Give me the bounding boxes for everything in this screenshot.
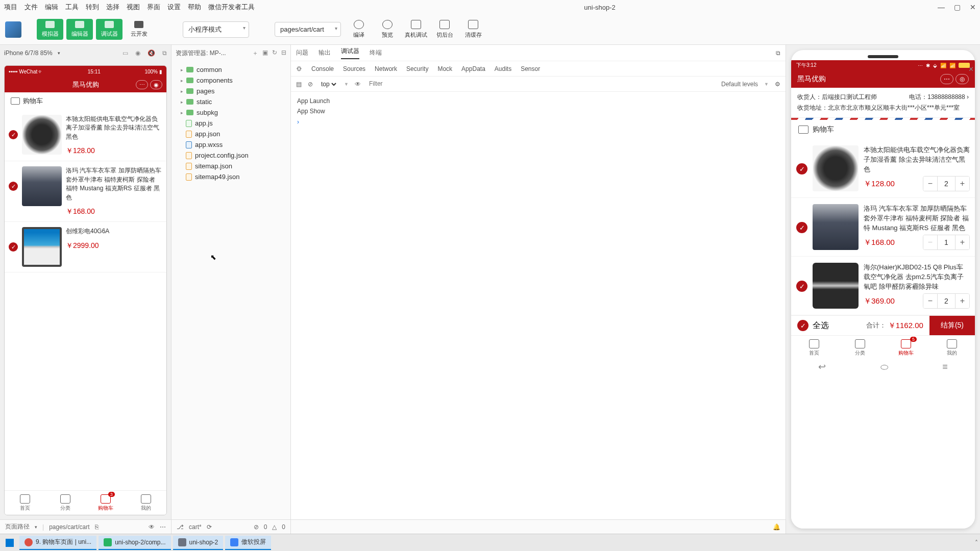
context-selector[interactable]: top — [319, 80, 338, 88]
menu-tools[interactable]: 工具 — [65, 3, 79, 12]
devtab-mock[interactable]: Mock — [437, 65, 452, 72]
simulator-button[interactable]: 模拟器 — [37, 19, 63, 40]
device-icon[interactable]: ▭ — [122, 49, 128, 57]
refresh-icon[interactable]: ↻ — [272, 49, 277, 58]
git-branch-icon[interactable]: ⎇ — [177, 523, 184, 531]
plus-button[interactable]: + — [955, 294, 969, 308]
item-checkbox[interactable]: ✓ — [9, 242, 18, 252]
folder-subpkg[interactable]: subpkg — [174, 107, 288, 118]
start-button[interactable] — [2, 536, 17, 549]
devtab-console[interactable]: Console — [311, 65, 334, 72]
item-checkbox[interactable]: ✓ — [9, 130, 18, 139]
android-back-icon[interactable]: ↩ — [818, 361, 826, 372]
file-project-config[interactable]: project.config.json — [174, 150, 288, 161]
product-image[interactable] — [22, 115, 62, 155]
tab-category[interactable]: 分类 — [45, 491, 85, 515]
cart-item[interactable]: ✓ 本驰太阳能供电车载空气净化器负离子加湿香薰 除尘去异味清洁空气黑色 ￥128… — [791, 139, 975, 198]
devtab-network[interactable]: Network — [375, 65, 397, 72]
product-image[interactable] — [22, 227, 62, 267]
tab-cart[interactable]: 购物车5 — [883, 336, 929, 360]
cart-item[interactable]: ✓ 创维彩电40G6A￥2999.00 — [5, 222, 166, 272]
folder-pages[interactable]: pages — [174, 86, 288, 96]
item-checkbox[interactable]: ✓ — [796, 281, 807, 292]
device-label[interactable]: iPhone 6/7/8 85% — [4, 49, 53, 57]
quantity-stepper[interactable]: −2+ — [923, 176, 970, 191]
popout-icon[interactable]: ⧉ — [776, 49, 780, 57]
plus-button[interactable]: + — [955, 235, 969, 249]
item-checkbox[interactable]: ✓ — [9, 182, 18, 191]
background-button[interactable]: 切后台 — [432, 18, 457, 41]
select-all-checkbox[interactable]: ✓ — [797, 320, 808, 331]
bell-icon[interactable]: 🔔 — [773, 523, 780, 531]
menu-goto[interactable]: 转到 — [86, 3, 99, 12]
cart-item[interactable]: ✓ 洛玛 汽车车衣车罩 加厚防晒隔热车套外罩牛津布 福特麦柯斯 探险者 福特 M… — [791, 198, 975, 257]
quantity-stepper[interactable]: −1+ — [923, 235, 970, 250]
tab-category[interactable]: 分类 — [837, 336, 883, 360]
product-image[interactable] — [813, 145, 859, 191]
minus-button[interactable]: − — [923, 235, 938, 249]
eye-icon[interactable]: 👁 — [355, 81, 361, 88]
new-file-icon[interactable]: ＋ — [252, 49, 258, 58]
tab-cart[interactable]: 购物车3 — [86, 491, 126, 515]
tab-home[interactable]: 首页 — [791, 336, 837, 360]
console-prompt[interactable]: › — [297, 117, 779, 127]
more-icon[interactable]: ⋯ — [160, 523, 166, 531]
cart-item[interactable]: ✓ 洛玛 汽车车衣车罩 加厚防晒隔热车套外罩牛津布 福特麦柯斯 探险者 福特 M… — [5, 161, 166, 222]
inspect-icon[interactable]: ⯐ — [296, 65, 302, 72]
taskbar-devtools[interactable]: uni-shop-2 — [173, 536, 224, 550]
tab-mine[interactable]: 我的 — [929, 336, 975, 360]
android-home-icon[interactable]: ⬭ — [880, 362, 888, 372]
clear-console-icon[interactable]: ⊘ — [308, 81, 313, 88]
file-sitemap49[interactable]: sitemap49.json — [174, 171, 288, 182]
capsule-target[interactable]: ◎ — [955, 74, 969, 84]
item-checkbox[interactable]: ✓ — [796, 163, 807, 174]
devtab-security[interactable]: Security — [406, 65, 428, 72]
minus-button[interactable]: − — [923, 177, 938, 191]
capsule-close[interactable]: ◉ — [150, 80, 162, 89]
address-block[interactable]: 收货人：后端接口测试工程师电话：13888888888 › 收货地址：北京市北京… — [791, 88, 975, 118]
remote-debug-button[interactable]: 真机调试 — [403, 18, 429, 41]
capsule-menu[interactable]: ⋯ — [940, 74, 953, 84]
clear-cache-button[interactable]: 清缓存 — [460, 18, 486, 41]
devtab-audits[interactable]: Audits — [495, 65, 511, 72]
toggle-console-icon[interactable]: ▤ — [296, 81, 302, 88]
tab-output[interactable]: 输出 — [318, 48, 331, 57]
file-app-json[interactable]: app.json — [174, 129, 288, 139]
warning-icon[interactable]: △ — [272, 523, 277, 531]
plus-button[interactable]: + — [955, 177, 969, 191]
item-checkbox[interactable]: ✓ — [796, 222, 807, 233]
preview-close-icon[interactable]: ✕ — [968, 65, 974, 73]
cart-item[interactable]: ✓ 海尔(Haier)KJBD02-15 Q8 Plus车载空气净化器 去pm2… — [791, 257, 975, 315]
menu-view[interactable]: 视图 — [127, 3, 140, 12]
menu-interface[interactable]: 界面 — [147, 3, 160, 12]
android-recent-icon[interactable]: ≡ — [942, 362, 948, 372]
minus-button[interactable]: − — [923, 294, 938, 308]
popout-icon[interactable]: ⧉ — [162, 49, 167, 57]
menu-help[interactable]: 帮助 — [188, 3, 201, 12]
git-branch[interactable]: cart* — [189, 523, 202, 531]
window-minimize[interactable]: — — [938, 3, 945, 11]
menu-project[interactable]: 项目 — [4, 3, 17, 12]
compile-button[interactable]: 编译 — [346, 18, 372, 41]
folder-static[interactable]: static — [174, 96, 288, 107]
error-icon[interactable]: ⊘ — [254, 523, 259, 531]
file-app-wxss[interactable]: app.wxss — [174, 139, 288, 150]
folder-components[interactable]: components — [174, 75, 288, 86]
tab-debugger[interactable]: 调试器 — [341, 47, 359, 59]
editor-button[interactable]: 编辑器 — [66, 19, 93, 40]
window-maximize[interactable]: ▢ — [954, 3, 961, 11]
record-icon[interactable]: ◉ — [135, 49, 140, 57]
taskbar-chrome[interactable]: 9. 购物车页面 | uni... — [19, 536, 96, 550]
devtab-appdata[interactable]: AppData — [461, 65, 485, 72]
mode-selector[interactable]: 小程序模式 — [183, 21, 249, 38]
checkout-button[interactable]: 结算(5) — [929, 316, 975, 335]
devtab-sources[interactable]: Sources — [343, 65, 365, 72]
preview-button[interactable]: 预览 — [375, 18, 400, 41]
tab-mine[interactable]: 我的 — [126, 491, 166, 515]
folder-common[interactable]: common — [174, 64, 288, 75]
product-image[interactable] — [813, 204, 859, 250]
sync-icon[interactable]: ⟳ — [207, 523, 212, 531]
user-avatar[interactable] — [5, 21, 21, 38]
page-selector[interactable]: pages/cart/cart — [275, 22, 341, 37]
tab-home[interactable]: 首页 — [5, 491, 45, 515]
